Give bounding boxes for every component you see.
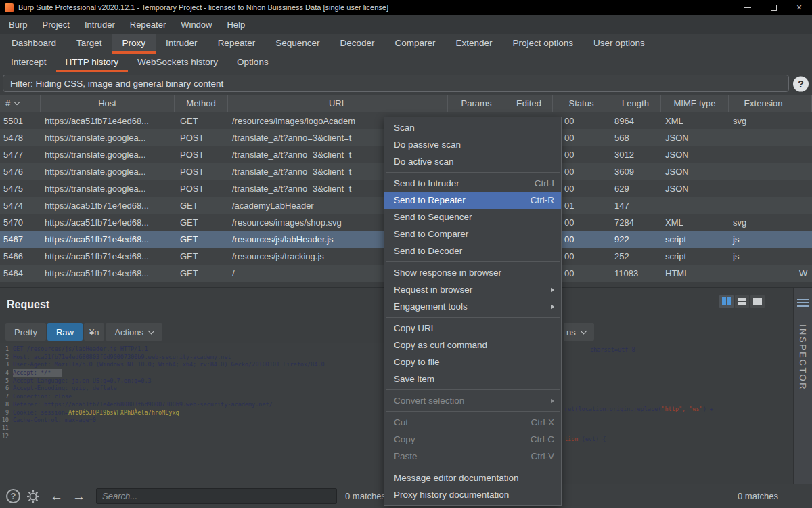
- cell-method: POST: [175, 133, 228, 143]
- tab-proxy[interactable]: Proxy: [112, 34, 156, 54]
- previous-match-button[interactable]: ←: [50, 490, 63, 503]
- request-tab-raw[interactable]: Raw: [47, 323, 83, 341]
- tab-decoder[interactable]: Decoder: [330, 34, 384, 54]
- cell-host: https://aca51fb71e4ed68...: [41, 251, 175, 261]
- column-header-label: Length: [622, 98, 649, 108]
- menu-item-intruder[interactable]: Intruder: [77, 15, 122, 34]
- tab-extender[interactable]: Extender: [446, 34, 503, 54]
- minimize-button[interactable]: [735, 0, 761, 15]
- column-header-label: #: [5, 98, 10, 108]
- tab-sequencer[interactable]: Sequencer: [265, 34, 330, 54]
- request-panel: Request PrettyRaw¥nActions 1GET /resourc…: [0, 288, 397, 484]
- tab-project-options[interactable]: Project options: [503, 34, 583, 54]
- column-header-method[interactable]: Method: [175, 95, 228, 112]
- request-tab-newline[interactable]: ¥n: [84, 323, 104, 341]
- request-editor[interactable]: 1GET /resources/js/labHeader.js HTTP/1.1…: [0, 343, 397, 484]
- column-header-extension[interactable]: Extension: [729, 95, 798, 112]
- menu-item-copy-as-curl-command[interactable]: Copy as curl command: [384, 337, 561, 354]
- cell-host: https://translate.googlea...: [41, 150, 175, 160]
- menu-item-proxy-history-documentation[interactable]: Proxy history documentation: [384, 486, 561, 503]
- column-header-url[interactable]: URL: [228, 95, 448, 112]
- request-tab-pretty[interactable]: Pretty: [5, 323, 46, 341]
- menu-item-do-active-scan[interactable]: Do active scan: [384, 153, 561, 170]
- column-header-mime-type[interactable]: MIME type: [661, 95, 729, 112]
- layout-single-button[interactable]: [750, 295, 765, 308]
- single-pane-icon: [753, 298, 762, 305]
- menu-item-scan[interactable]: Scan: [384, 119, 561, 136]
- forward-arrow-icon: →: [72, 489, 85, 503]
- request-line: 11: [0, 425, 397, 433]
- menu-separator: [386, 411, 560, 412]
- tab-target[interactable]: Target: [66, 34, 112, 54]
- menu-item-message-editor-documentation[interactable]: Message editor documentation: [384, 469, 561, 486]
- columns-icon: [727, 297, 731, 305]
- response-actions-button-fragment[interactable]: ns: [564, 323, 594, 341]
- subtab-websockets-history[interactable]: WebSockets history: [128, 54, 227, 72]
- menu-item-shortcut: Ctrl-C: [531, 434, 554, 444]
- column-header-edited[interactable]: Edited: [505, 95, 553, 112]
- menu-item-send-to-decoder[interactable]: Send to Decoder: [384, 242, 561, 259]
- tab-dashboard[interactable]: Dashboard: [1, 34, 66, 54]
- menu-item-engagement-tools[interactable]: Engagement tools: [384, 298, 561, 315]
- tab-comparer[interactable]: Comparer: [385, 34, 446, 54]
- menu-item-copy-url[interactable]: Copy URL: [384, 320, 561, 337]
- subtab-http-history[interactable]: HTTP history: [56, 54, 129, 72]
- subtab-intercept[interactable]: Intercept: [1, 54, 56, 72]
- cell-num: 5474: [0, 200, 41, 211]
- menu-item-send-to-intruder[interactable]: Send to IntruderCtrl-I: [384, 175, 561, 192]
- close-button[interactable]: ×: [786, 0, 812, 15]
- menu-item-show-response-in-browser[interactable]: Show response in browser: [384, 264, 561, 281]
- cell-method: POST: [175, 167, 228, 177]
- response-text-fragment-part: "http", "ws": [661, 406, 702, 412]
- search-help-button[interactable]: ?: [6, 489, 20, 503]
- column-header-params[interactable]: Params: [448, 95, 505, 112]
- next-match-button[interactable]: →: [72, 490, 85, 503]
- column-header-title[interactable]: [798, 95, 812, 112]
- request-tab-actions[interactable]: Actions: [106, 323, 162, 341]
- maximize-button[interactable]: [761, 0, 786, 15]
- search-settings-button[interactable]: [26, 489, 41, 504]
- search-input[interactable]: [96, 488, 337, 504]
- menu-item-cut: CutCtrl-X: [384, 414, 561, 431]
- cell-mime: JSON: [661, 150, 729, 160]
- menu-item-repeater[interactable]: Repeater: [122, 15, 173, 34]
- menu-item-save-item[interactable]: Save item: [384, 371, 561, 387]
- cell-num: 5476: [0, 167, 41, 177]
- cell-host: https://aca51fb71e4ed68...: [41, 116, 175, 126]
- hamburger-menu-icon[interactable]: [797, 299, 809, 307]
- layout-rows-button[interactable]: [735, 295, 749, 308]
- tab-user-options[interactable]: User options: [583, 34, 655, 54]
- cell-mime: JSON: [661, 133, 729, 143]
- request-line-text: GET /resources/js/labHeader.js HTTP/1.1: [13, 345, 148, 354]
- line-number: 8: [0, 401, 13, 409]
- filter-help-button[interactable]: ?: [793, 76, 809, 91]
- menu-item-copy-to-file[interactable]: Copy to file: [384, 354, 561, 371]
- menu-item-window[interactable]: Window: [173, 15, 219, 34]
- column-header-number[interactable]: #: [0, 95, 41, 112]
- inspector-panel[interactable]: INSPECTOR: [793, 288, 812, 484]
- column-header-length[interactable]: Length: [610, 95, 661, 112]
- tab-intruder[interactable]: Intruder: [156, 34, 208, 54]
- tab-repeater[interactable]: Repeater: [208, 34, 266, 54]
- menu-item-do-passive-scan[interactable]: Do passive scan: [384, 136, 561, 153]
- column-header-host[interactable]: Host: [41, 95, 175, 112]
- column-header-status[interactable]: Status: [553, 95, 610, 112]
- menu-item-label: Request in browser: [394, 284, 543, 295]
- layout-columns-button[interactable]: [719, 295, 734, 308]
- menu-item-help[interactable]: Help: [219, 15, 252, 34]
- menu-item-request-in-browser[interactable]: Request in browser: [384, 281, 561, 298]
- menu-item-project[interactable]: Project: [35, 15, 76, 34]
- cell-method: GET: [175, 234, 228, 245]
- menu-bar: BurpProjectIntruderRepeaterWindowHelp: [0, 15, 812, 34]
- response-search-matches-count: 0 matches: [738, 491, 778, 501]
- inspector-label: INSPECTOR: [798, 324, 808, 391]
- cell-method: GET: [175, 116, 228, 126]
- subtab-options[interactable]: Options: [227, 54, 278, 72]
- menu-item-send-to-sequencer[interactable]: Send to Sequencer: [384, 209, 561, 226]
- filter-box[interactable]: Filter: Hiding CSS, image and general bi…: [3, 75, 789, 92]
- request-line-text: Accept-Encoding: gzip, deflate: [13, 385, 117, 393]
- menu-item-send-to-comparer[interactable]: Send to Comparer: [384, 226, 561, 242]
- menu-item-label: Save item: [394, 374, 554, 384]
- menu-item-burp[interactable]: Burp: [1, 15, 35, 34]
- menu-item-send-to-repeater[interactable]: Send to RepeaterCtrl-R: [384, 192, 561, 209]
